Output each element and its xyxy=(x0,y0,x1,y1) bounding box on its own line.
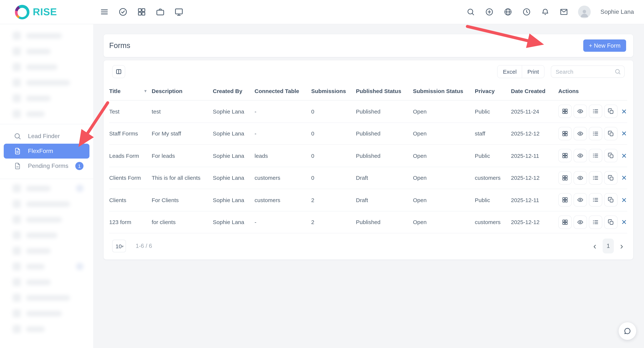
row-view-button[interactable] xyxy=(574,149,587,163)
cell-submissions: 0 xyxy=(311,108,356,115)
copy-icon xyxy=(608,153,614,159)
user-name[interactable]: Sophie Lana xyxy=(600,8,634,15)
cell-title: Leads Form xyxy=(109,153,152,159)
row-delete-button[interactable] xyxy=(620,107,628,116)
cell-title: Test xyxy=(109,108,152,115)
grid-icon xyxy=(562,174,568,181)
close-icon xyxy=(621,153,627,159)
row-view-button[interactable] xyxy=(574,127,587,140)
avatar[interactable] xyxy=(578,5,591,18)
sidebar-item-lead-finder[interactable]: Lead Finder xyxy=(4,130,90,143)
cell-submissions: 0 xyxy=(311,131,356,137)
row-duplicate-button[interactable] xyxy=(604,105,618,118)
table-search xyxy=(551,65,624,78)
column-header-actions[interactable]: Actions xyxy=(558,88,627,94)
column-header-description[interactable]: Description xyxy=(152,88,213,94)
column-header-privacy[interactable]: Privacy xyxy=(475,88,511,94)
list-icon xyxy=(592,174,599,181)
row-delete-button[interactable] xyxy=(620,151,628,160)
row-submissions-button[interactable] xyxy=(589,105,602,118)
grid-icon xyxy=(562,108,568,115)
row-grid-button[interactable] xyxy=(558,149,572,163)
row-delete-button[interactable] xyxy=(620,218,628,227)
column-header-title[interactable]: Title▾ xyxy=(109,88,152,94)
row-view-button[interactable] xyxy=(574,105,587,118)
column-header-date_created[interactable]: Date Created xyxy=(511,88,558,94)
search-icon[interactable] xyxy=(466,7,475,16)
cell-created_by: Sophie Lana xyxy=(213,197,254,203)
row-duplicate-button[interactable] xyxy=(604,127,618,140)
next-page-button[interactable]: › xyxy=(619,242,624,250)
cell-title: 123 form xyxy=(109,219,152,225)
row-submissions-button[interactable] xyxy=(589,193,602,207)
page-size-select[interactable]: 10 ▼ xyxy=(112,240,126,252)
sidebar-blurred-group-top xyxy=(0,32,93,118)
row-submissions-button[interactable] xyxy=(589,149,602,163)
current-page[interactable]: 1 xyxy=(603,239,614,253)
row-submissions-button[interactable] xyxy=(589,127,602,140)
sidebar-blurred-group-bottom xyxy=(0,184,93,333)
new-form-button[interactable]: + New Form xyxy=(583,39,626,52)
topbar-right: Sophie Lana xyxy=(466,5,644,18)
row-grid-button[interactable] xyxy=(558,105,572,118)
excel-button[interactable]: Excel xyxy=(498,65,522,78)
grid-icon xyxy=(562,219,568,225)
prev-page-button[interactable]: ‹ xyxy=(592,242,598,250)
column-label: Published Status xyxy=(356,88,401,94)
clock-icon[interactable] xyxy=(522,7,531,16)
cell-submission_status: Open xyxy=(413,108,475,115)
row-submissions-button[interactable] xyxy=(589,215,602,229)
grid-icon[interactable] xyxy=(137,7,146,17)
row-view-button[interactable] xyxy=(574,215,587,229)
row-grid-button[interactable] xyxy=(558,171,572,184)
row-grid-button[interactable] xyxy=(558,215,572,229)
sidebar-item-pending-forms[interactable]: Pending Forms 1 xyxy=(4,159,90,173)
row-duplicate-button[interactable] xyxy=(604,193,618,207)
cell-submission_status: Open xyxy=(413,175,475,181)
cell-title: Clients Form xyxy=(109,175,152,181)
table-row: Clients FormThis is for all clientsSophi… xyxy=(109,167,627,189)
row-submissions-button[interactable] xyxy=(589,171,602,184)
plus-circle-icon[interactable] xyxy=(485,7,494,16)
menu-icon[interactable] xyxy=(100,7,109,17)
monitor-icon[interactable] xyxy=(174,7,184,17)
check-circle-icon[interactable] xyxy=(118,7,128,17)
row-delete-button[interactable] xyxy=(620,195,628,204)
row-grid-button[interactable] xyxy=(558,193,572,207)
row-view-button[interactable] xyxy=(574,193,587,207)
brand[interactable]: RISE xyxy=(0,5,93,19)
column-header-published_status[interactable]: Published Status xyxy=(356,88,413,94)
column-header-submission_status[interactable]: Submission Status xyxy=(413,88,475,94)
briefcase-icon[interactable] xyxy=(156,7,165,17)
column-header-created_by[interactable]: Created By xyxy=(213,88,254,94)
mail-icon[interactable] xyxy=(560,7,568,16)
sidebar-item-flexform[interactable]: FlexForm xyxy=(4,144,90,159)
cell-published_status: Published xyxy=(356,153,413,159)
file-text-icon xyxy=(14,147,22,155)
toggle-columns-button[interactable] xyxy=(112,65,125,78)
table-row: ClientsFor ClientsSophie Lanacustomers2D… xyxy=(109,189,627,211)
row-duplicate-button[interactable] xyxy=(604,149,618,163)
sidebar-item-label: Lead Finder xyxy=(28,133,60,140)
cell-submissions: 2 xyxy=(311,219,356,225)
search-input[interactable] xyxy=(551,65,624,78)
table-row: 123 formfor clientsSophie Lana-2Publishe… xyxy=(109,211,627,233)
globe-icon[interactable] xyxy=(504,7,512,16)
row-duplicate-button[interactable] xyxy=(604,215,618,229)
row-view-button[interactable] xyxy=(574,171,587,184)
row-grid-button[interactable] xyxy=(558,127,572,140)
row-delete-button[interactable] xyxy=(620,174,628,182)
main-content: Forms + New Form Excel Print xyxy=(93,24,644,348)
print-button[interactable]: Print xyxy=(522,65,544,78)
column-header-submissions[interactable]: Submissions xyxy=(311,88,356,94)
list-icon xyxy=(592,219,599,225)
cell-submission_status: Open xyxy=(413,153,475,159)
cell-privacy: Public xyxy=(475,108,511,115)
bell-icon[interactable] xyxy=(541,7,550,16)
row-duplicate-button[interactable] xyxy=(604,171,618,184)
forms-table-card: Excel Print Title▾DescriptionCreated ByC… xyxy=(103,60,634,260)
row-delete-button[interactable] xyxy=(620,129,628,138)
column-header-connected_table[interactable]: Connected Table xyxy=(254,88,311,94)
chat-button[interactable] xyxy=(619,322,636,340)
cell-connected_table: customers xyxy=(254,197,311,203)
